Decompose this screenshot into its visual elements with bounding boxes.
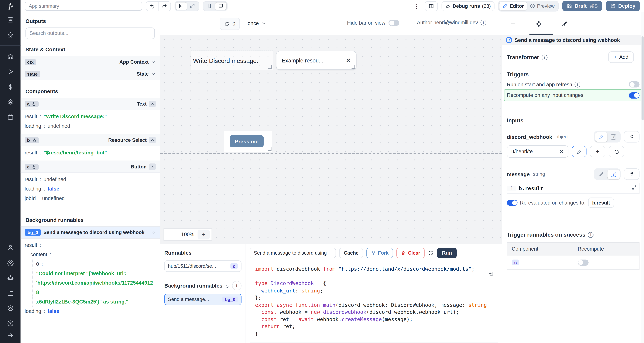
canvas-height-divider[interactable] [160,153,502,154]
message-expression-input[interactable]: 1 b.result [507,183,640,194]
clear-button[interactable]: Clear [396,248,425,258]
add-transformer-button[interactable]: + Add [608,51,634,63]
copy-code-icon[interactable] [488,271,494,276]
collapse-c-button[interactable] [149,164,156,170]
settings-tab-components-icon[interactable] [536,20,542,27]
component-b-badge: b [24,137,39,143]
more-options-kebab-icon[interactable]: ⋮ [412,3,421,9]
variables-dollar-icon[interactable] [7,83,14,90]
home-icon[interactable] [7,53,14,60]
folders-icon[interactable] [7,290,14,296]
connect-plug-button[interactable] [624,131,640,142]
expand-editor-icon[interactable] [632,185,638,191]
scrollbar[interactable] [641,12,644,343]
eval-mode-function-icon[interactable]: f [607,169,620,179]
script-name-input[interactable]: Send a message to discord using [250,248,336,258]
resize-handle[interactable] [268,65,272,69]
undo-button[interactable] [146,1,158,11]
insert-tab-plus-icon[interactable] [510,20,516,27]
mobile-view-option[interactable] [204,2,215,10]
search-outputs-input[interactable]: Search outputs... [26,28,155,39]
reeval-toggle[interactable] [507,200,518,206]
reeval-dependency-badge[interactable]: b.result [588,198,614,208]
zoom-out-button[interactable]: − [166,231,178,238]
maximize-icon [190,3,195,9]
desktop-view-option[interactable] [215,2,226,10]
debug-runs-button[interactable]: Debug runs (23) [442,1,494,11]
recompute-c-toggle[interactable] [578,259,588,266]
favorites-star-icon[interactable] [7,32,14,38]
text-component[interactable]: Write Discord message: [192,51,273,70]
text-component-value: Write Discord message: [193,57,258,64]
chevron-down-icon[interactable] [151,72,156,76]
settings-gear-icon[interactable] [7,259,14,266]
fullwidth-layout-option[interactable] [187,2,198,10]
press-me-button[interactable]: Press me [230,135,264,148]
refresh-mode-select[interactable]: once [248,18,266,29]
component-c-row[interactable]: c Button [20,160,160,173]
logs-eye-icon[interactable] [7,305,14,312]
fork-button[interactable]: Fork [366,248,393,258]
cache-button[interactable]: Cache [339,248,363,258]
scrollbar-thumb[interactable] [642,36,644,120]
add-resource-button[interactable]: + [590,146,606,157]
clear-selection-icon[interactable]: ✕ [346,57,351,64]
workers-robot-icon[interactable] [7,274,14,281]
app-canvas[interactable]: Write Discord message: Example resou... … [160,35,502,244]
state-row[interactable]: state State [20,68,160,80]
resource-picker-input[interactable]: u/henri/te... ✕ [507,145,568,158]
info-icon[interactable]: i [575,82,580,87]
info-icon[interactable]: i [588,232,594,238]
styling-tab-brush-icon[interactable] [562,20,568,27]
code-editor[interactable]: import discordwebhook from "https://deno… [250,261,498,343]
edit-resource-button[interactable] [572,146,586,157]
refresh-count-box[interactable]: 0 [220,18,240,30]
tab-editor[interactable]: Editor [500,2,527,10]
deploy-button[interactable]: Deploy [606,1,640,11]
static-mode-pencil-icon[interactable] [595,132,607,142]
help-icon[interactable] [7,320,14,327]
ctx-row[interactable]: ctx App Context [20,56,160,68]
app-summary-input[interactable]: App summary [24,2,142,10]
run-button[interactable]: Run [437,248,457,258]
resize-handle[interactable] [352,65,355,68]
chevron-down-icon[interactable] [151,60,156,64]
add-background-runnable-button[interactable]: + [232,281,242,290]
zoom-in-button[interactable]: + [198,230,210,240]
clear-resource-icon[interactable]: ✕ [559,148,564,155]
recompute-toggle[interactable] [629,92,640,98]
bg0-row[interactable]: bg_0 Send a message to discord using web… [20,226,160,239]
collapse-a-button[interactable] [149,100,156,107]
connect-plug-button[interactable] [624,168,640,180]
user-icon[interactable] [7,244,14,251]
hide-bar-toggle[interactable] [389,20,399,26]
code-line: }; [255,294,498,301]
resource-select-component[interactable]: Example resou... ✕ [276,51,356,70]
tab-preview[interactable]: Preview [527,2,558,10]
resources-icon[interactable] [7,98,14,106]
draft-button[interactable]: Draft⌘S [562,1,602,11]
windmill-logo[interactable] [0,0,20,12]
info-icon[interactable]: i [480,20,486,26]
refresh-resource-button[interactable] [609,146,624,157]
resize-handle[interactable] [268,148,272,151]
edit-pencil-icon[interactable] [151,230,156,235]
component-a-row[interactable]: a Text [20,98,160,110]
component-b-row[interactable]: b Resource Select [20,134,160,146]
expand-rail-arrow-icon[interactable] [7,332,14,339]
info-icon[interactable]: i [542,54,548,60]
run-on-start-toggle[interactable] [629,82,640,88]
collapse-b-button[interactable] [149,137,156,143]
redo-button[interactable] [158,1,171,11]
runnable-item-hub-script[interactable]: hub/1511/discord/se... c [164,260,242,272]
docs-button[interactable] [425,1,438,11]
schedules-calendar-icon[interactable] [7,114,14,121]
reload-script-button[interactable] [428,250,434,256]
runnable-item-bg0[interactable]: Send a message... bg_0 [164,294,242,305]
apps-icon[interactable] [7,16,14,24]
runs-play-icon[interactable] [7,68,14,75]
button-component-card[interactable]: Press me [224,130,272,152]
eval-mode-function-icon[interactable]: f [607,132,620,142]
static-mode-pencil-icon[interactable] [595,169,607,179]
center-layout-option[interactable] [176,2,187,10]
